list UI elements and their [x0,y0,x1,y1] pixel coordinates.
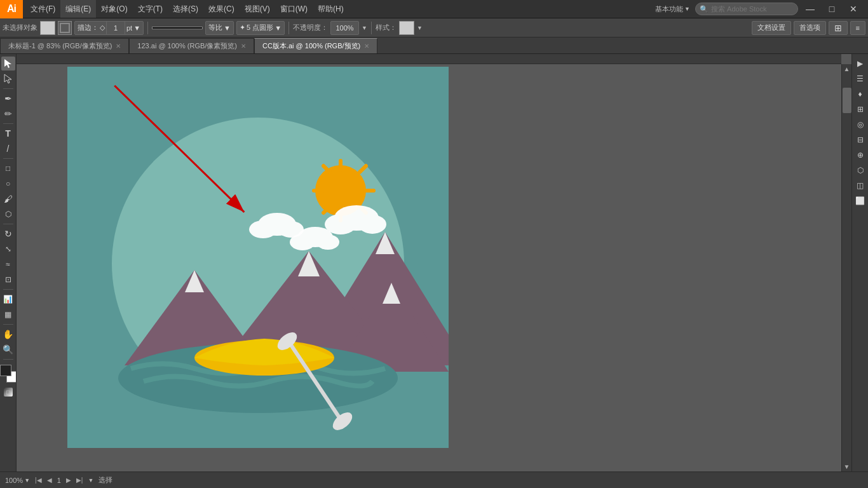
warp-tool[interactable]: ≈ [1,257,15,271]
menu-effect[interactable]: 效果(C) [203,0,240,18]
pathfinder-btn[interactable]: ⊕ [853,148,867,162]
svg-rect-5 [339,159,342,172]
tool-sep-2 [3,123,13,124]
stroke-width-select[interactable]: 描边： ◇ pt ▼ [74,21,144,35]
maximize-button[interactable]: □ [822,0,841,18]
stroke-color[interactable] [58,21,72,35]
doc-settings-btn[interactable]: 文档设置 [752,21,791,35]
close-button[interactable]: ✕ [844,0,863,18]
menu-window[interactable]: 窗口(W) [275,0,313,18]
nav-next-next[interactable]: ▶| [76,477,83,484]
color-mode-btn[interactable]: ■ [0,388,3,396]
line-tool[interactable]: / [1,142,15,156]
selection-tool[interactable] [1,57,15,71]
right-tools-panel: ▶ ☰ ♦ ⊞ ◎ ⊟ ⊕ ⬡ ◫ ⬜ [851,54,868,471]
transform-panel-btn[interactable]: ⊞ [853,102,867,116]
menu-text[interactable]: 文字(T) [133,0,168,18]
scroll-track [843,75,851,461]
scroll-down[interactable]: ▼ [843,462,851,471]
direct-selection-tool[interactable] [1,72,15,86]
artboard [67,67,449,448]
ellipse-tool[interactable]: ○ [1,177,15,191]
tab-1-close[interactable]: ✕ [241,43,246,50]
tab-2-close[interactable]: ✕ [364,43,369,50]
stroke-icon: ◇ [100,24,105,32]
zoom-value: 100% [5,477,23,484]
gradient-mode-btn[interactable]: ◻ [4,388,13,396]
svg-rect-7 [312,189,325,193]
canvas-area[interactable]: ▲ ▼ [17,54,851,471]
points-chevron: ▼ [275,24,281,32]
tab-2-label: CC版本.ai @ 100% (RGB/预览) [262,41,360,51]
svg-rect-8 [363,189,376,193]
graph-tool[interactable]: 📊 [1,292,15,306]
gradient-panel-btn[interactable]: ◫ [853,179,867,193]
stroke-panel-btn[interactable]: ⬡ [853,163,867,177]
pen-tool[interactable]: ✒ [1,92,15,105]
column-graph-tool[interactable]: ▦ [1,308,15,322]
v-scrollbar[interactable]: ▲ ▼ [841,64,851,471]
type-tool[interactable]: T [1,126,15,140]
h-scrollbar[interactable] [17,54,841,64]
menu-view[interactable]: 视图(V) [240,0,275,18]
stroke-chevron: ▼ [133,24,140,32]
layers-btn[interactable]: ☰ [853,72,867,86]
menu-select[interactable]: 选择(S) [168,0,203,18]
divider2 [288,22,289,34]
minimize-button[interactable]: — [801,0,820,18]
nav-prev[interactable]: ◀ [47,477,52,484]
tab-0-close[interactable]: ✕ [116,43,121,50]
transform-tool[interactable]: ⊡ [1,273,15,287]
arrange-btn[interactable]: ⊞ [829,21,848,35]
pencil-tool[interactable]: ✏ [1,107,15,121]
scale-tool[interactable]: ⤡ [1,242,15,256]
ratio-select[interactable]: 等比 ▼ [205,21,234,35]
menu-file[interactable]: 文件(F) [25,0,60,18]
tool-sep-3 [3,158,13,159]
statusbar: 100% ▼ |◀ ◀ 1 ▶ ▶| ▼ 选择 [0,471,868,488]
workspace-selector[interactable]: 基本功能 ▼ [653,4,693,14]
rotate-tool[interactable]: ↻ [1,227,15,241]
properties-btn[interactable]: ▶ [853,57,867,71]
opacity-input[interactable] [330,21,359,35]
stroke-label: 描边： [78,23,98,32]
align-btn[interactable]: ⊟ [853,133,867,147]
tab-1[interactable]: 123.ai @ 100% (RGB/像素预览) ✕ [129,38,254,53]
tab-0[interactable]: 未标题-1 @ 83% (RGB/像素预览) ✕ [0,38,129,53]
divider3 [371,22,372,34]
artboard-btn[interactable]: ⬜ [853,194,867,208]
color-swatches[interactable] [0,365,17,383]
menu-edit[interactable]: 编辑(E) [60,0,96,18]
stroke-width-input[interactable] [106,21,125,35]
scroll-thumb[interactable] [843,88,851,113]
divider1 [147,22,148,34]
svg-marker-0 [4,59,11,68]
svg-marker-1 [4,74,11,83]
fill-color[interactable] [40,21,55,35]
preferences-btn[interactable]: 首选项 [794,21,826,35]
stock-search[interactable]: 🔍 [695,3,798,15]
tab-2[interactable]: CC版本.ai @ 100% (RGB/预览) ✕ [254,38,377,53]
hand-tool[interactable]: ✋ [1,327,15,341]
menu-object[interactable]: 对象(O) [96,0,132,18]
svg-point-21 [316,234,339,250]
tool-sep-1 [3,88,13,89]
more-btn[interactable]: ≡ [850,21,865,35]
paintbrush-tool[interactable]: 🖌 [1,192,15,206]
blob-tool[interactable]: ⬡ [1,207,15,221]
search-input[interactable] [711,5,794,13]
ratio-chevron: ▼ [224,24,231,32]
appearance-btn[interactable]: ◎ [853,118,867,132]
nav-prev-prev[interactable]: |◀ [35,477,42,484]
zoom-tool[interactable]: 🔍 [1,342,15,356]
tab-0-label: 未标题-1 @ 83% (RGB/像素预览) [8,41,112,51]
shape-tool[interactable]: □ [1,161,15,175]
nav-next[interactable]: ▶ [66,477,71,484]
workspace-label: 基本功能 [655,4,683,14]
points-select[interactable]: ✦ 5 点圆形 ▼ [236,21,285,35]
menu-help[interactable]: 帮助(H) [313,0,349,18]
stroke-preview [152,27,203,29]
foreground-color-swatch[interactable] [0,365,11,376]
libraries-btn[interactable]: ♦ [853,87,867,101]
scroll-up[interactable]: ▲ [843,64,851,74]
